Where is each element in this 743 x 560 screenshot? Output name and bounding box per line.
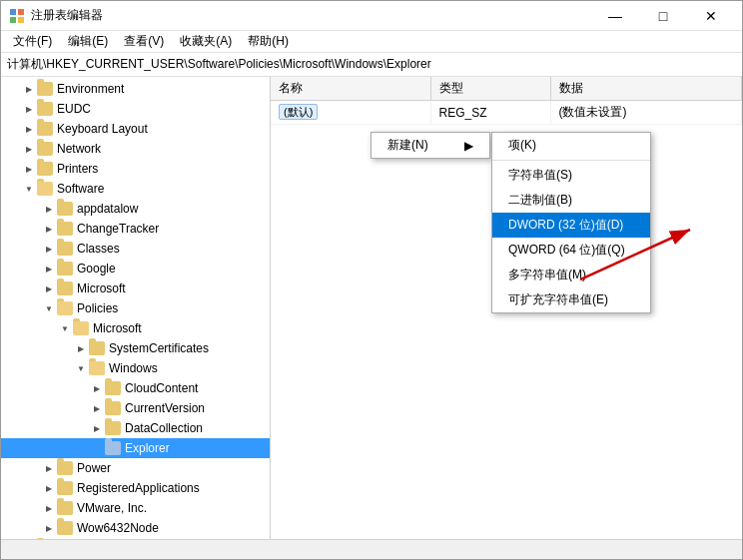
folder-icon-environment xyxy=(37,82,53,96)
submenu-dword[interactable]: DWORD (32 位)值(D) xyxy=(492,213,650,238)
folder-icon-datacollection xyxy=(105,421,121,435)
tree-item-policies[interactable]: Policies xyxy=(1,298,270,318)
close-button[interactable]: ✕ xyxy=(688,1,734,31)
tree-item-environment[interactable]: Environment xyxy=(1,79,270,99)
tree-item-currentversion[interactable]: CurrentVersion xyxy=(1,398,270,418)
window-title: 注册表编辑器 xyxy=(31,7,103,24)
tree-item-wow6432[interactable]: Wow6432Node xyxy=(1,518,270,538)
svg-rect-0 xyxy=(10,9,16,15)
folder-icon-power xyxy=(57,461,73,475)
tree-label-registeredapps: RegisteredApplications xyxy=(77,481,200,495)
menu-bar: 文件(F) 编辑(E) 查看(V) 收藏夹(A) 帮助(H) xyxy=(1,31,742,53)
tree-arrow-software xyxy=(21,181,37,197)
tree-item-classes[interactable]: Classes xyxy=(1,239,270,259)
address-text: 计算机\HKEY_CURRENT_USER\Software\Policies\… xyxy=(7,56,431,73)
tree-arrow-power xyxy=(41,460,57,476)
tree-label-keyboard: Keyboard Layout xyxy=(57,122,148,136)
content-area: Environment EUDC Keyboard Layout Network xyxy=(1,77,742,539)
tree-item-google[interactable]: Google xyxy=(1,259,270,279)
folder-icon-printers xyxy=(37,162,53,176)
submenu-xiang[interactable]: 项(K) xyxy=(492,133,650,158)
minimize-button[interactable]: — xyxy=(592,1,638,31)
tree-label-wow6432: Wow6432Node xyxy=(77,521,159,535)
ctx-new-item[interactable]: 新建(N) ▶ xyxy=(372,133,489,158)
menu-view[interactable]: 查看(V) xyxy=(116,31,172,52)
col-type[interactable]: 类型 xyxy=(430,77,550,101)
tree-item-keyboard-layout[interactable]: Keyboard Layout xyxy=(1,119,270,139)
menu-help[interactable]: 帮助(H) xyxy=(240,31,297,52)
tree-item-datacollection[interactable]: DataCollection xyxy=(1,418,270,438)
folder-icon-systemcerts xyxy=(89,341,105,355)
maximize-button[interactable]: □ xyxy=(640,1,686,31)
tree-item-systemcerts[interactable]: SystemCertificates xyxy=(1,338,270,358)
tree-arrow-datacollection xyxy=(89,420,105,436)
submenu-string[interactable]: 字符串值(S) xyxy=(492,163,650,188)
folder-icon-software xyxy=(37,182,53,196)
tree-item-windows[interactable]: Windows xyxy=(1,358,270,378)
tree-item-software[interactable]: Software xyxy=(1,179,270,199)
tree-item-registeredapps[interactable]: RegisteredApplications xyxy=(1,478,270,498)
tree-arrow-systemcerts xyxy=(73,340,89,356)
tree-label-systemcerts: SystemCertificates xyxy=(109,341,209,355)
registry-table: 名称 类型 数据 (默认) REG_SZ (数值未设置) xyxy=(271,77,742,125)
tree-arrow-wow6432 xyxy=(41,520,57,536)
tree-item-power[interactable]: Power xyxy=(1,458,270,478)
folder-icon-classes xyxy=(57,242,73,256)
submenu-multistring[interactable]: 多字符串值(M) xyxy=(492,263,650,287)
tree-label-windows: Windows xyxy=(109,361,158,375)
tree-arrow-registeredapps xyxy=(41,480,57,496)
tree-item-eudc[interactable]: EUDC xyxy=(1,99,270,119)
row-type: REG_SZ xyxy=(430,101,550,125)
submenu-expandstring[interactable]: 可扩充字符串值(E) xyxy=(492,287,650,312)
tree-arrow-microsoft-sw xyxy=(41,280,57,296)
status-bar xyxy=(1,539,742,559)
tree-label-appdatalow: appdatalow xyxy=(77,202,138,216)
menu-file[interactable]: 文件(F) xyxy=(5,31,60,52)
tree-label-cloudcontent: CloudContent xyxy=(125,381,198,395)
tree-item-cloudcontent[interactable]: CloudContent xyxy=(1,378,270,398)
tree-arrow-classes xyxy=(41,241,57,257)
menu-edit[interactable]: 编辑(E) xyxy=(60,31,116,52)
svg-rect-2 xyxy=(10,17,16,23)
default-value-badge: (默认) xyxy=(279,104,318,120)
tree-item-appdatalow[interactable]: appdatalow xyxy=(1,199,270,219)
tree-arrow-changetracker xyxy=(41,221,57,237)
tree-arrow-eudc xyxy=(21,101,37,117)
tree-label-changetracker: ChangeTracker xyxy=(77,222,159,236)
submenu: 项(K) 字符串值(S) 二进制值(B) DWORD (32 位)值(D) QW… xyxy=(491,132,651,313)
tree-arrow-environment xyxy=(21,81,37,97)
folder-icon-appdatalow xyxy=(57,202,73,216)
folder-icon-microsoft-sw xyxy=(57,281,73,295)
tree-label-eudc: EUDC xyxy=(57,102,91,116)
folder-icon-network xyxy=(37,142,53,156)
tree-arrow-network xyxy=(21,141,37,157)
address-bar: 计算机\HKEY_CURRENT_USER\Software\Policies\… xyxy=(1,53,742,77)
tree-item-microsoft-sw[interactable]: Microsoft xyxy=(1,279,270,298)
tree-item-explorer[interactable]: Explorer xyxy=(1,438,270,458)
tree-item-microsoft-pol[interactable]: Microsoft xyxy=(1,318,270,338)
svg-rect-3 xyxy=(18,17,24,23)
tree-arrow-windows xyxy=(73,360,89,376)
tree-item-printers[interactable]: Printers xyxy=(1,159,270,179)
tree-item-network[interactable]: Network xyxy=(1,139,270,159)
tree-arrow-appdatalow xyxy=(41,201,57,217)
tree-label-explorer: Explorer xyxy=(125,441,170,455)
menu-favorites[interactable]: 收藏夹(A) xyxy=(172,31,240,52)
col-name[interactable]: 名称 xyxy=(271,77,430,101)
tree-label-classes: Classes xyxy=(77,242,120,256)
folder-icon-changetracker xyxy=(57,222,73,236)
main-window: 注册表编辑器 — □ ✕ 文件(F) 编辑(E) 查看(V) 收藏夹(A) 帮助… xyxy=(0,0,743,560)
table-row[interactable]: (默认) REG_SZ (数值未设置) xyxy=(271,101,742,125)
tree-item-vmware[interactable]: VMware, Inc. xyxy=(1,498,270,518)
col-data[interactable]: 数据 xyxy=(550,77,742,101)
row-data: (数值未设置) xyxy=(550,101,742,125)
tree-arrow-policies xyxy=(41,300,57,316)
right-panel: 名称 类型 数据 (默认) REG_SZ (数值未设置) xyxy=(271,77,742,539)
tree-item-changetracker[interactable]: ChangeTracker xyxy=(1,219,270,239)
submenu-qword[interactable]: QWORD (64 位)值(Q) xyxy=(492,238,650,263)
folder-icon-policies xyxy=(57,301,73,315)
folder-icon-keyboard xyxy=(37,122,53,136)
submenu-binary[interactable]: 二进制值(B) xyxy=(492,188,650,213)
tree-arrow-vmware xyxy=(41,500,57,516)
tree-arrow-cloudcontent xyxy=(89,380,105,396)
